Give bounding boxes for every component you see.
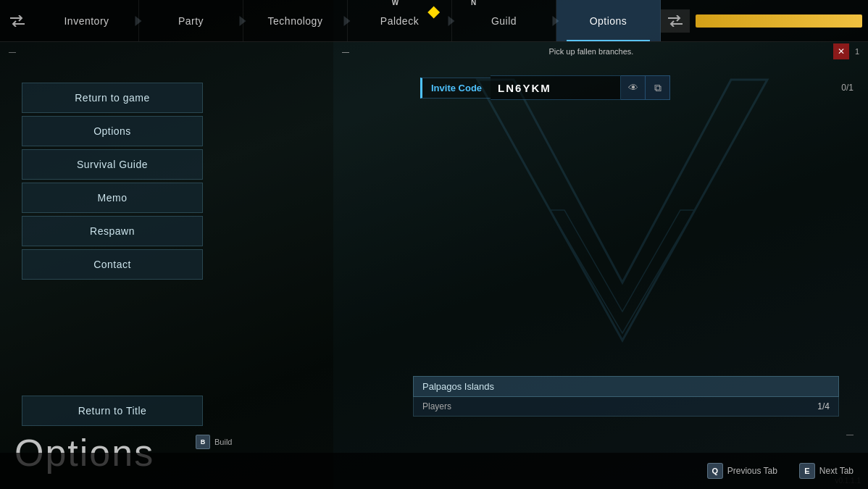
compass-diamond: [428, 7, 441, 19]
invite-eye-button[interactable]: 👁: [621, 75, 646, 100]
next-tab-key-badge: E: [799, 463, 815, 479]
xp-bar: [696, 14, 862, 28]
invite-code-row: Invite Code 👁 ⧉ 0/1: [420, 75, 854, 100]
tab-technology[interactable]: Technology: [243, 0, 348, 41]
nav-bar: W N Inventory Party Technology Paldeck G…: [0, 0, 868, 42]
prev-tab-shortcut: Q Previous Tab: [707, 463, 777, 479]
server-players-label: Players: [422, 401, 451, 411]
build-hint: B Build: [196, 435, 232, 449]
invite-code-input[interactable]: [491, 75, 621, 100]
options-button[interactable]: Options: [22, 116, 203, 146]
compass-w-label: W: [392, 0, 398, 7]
survival-guide-button[interactable]: Survival Guide: [22, 149, 203, 180]
server-name-bar: Palpagos Islands: [413, 376, 839, 397]
tab-inventory[interactable]: Inventory: [35, 0, 139, 41]
prev-tab-key-badge: Q: [707, 463, 723, 479]
notification-text: Pick up fallen branches.: [349, 47, 833, 56]
next-tab-shortcut: E Next Tab: [799, 463, 854, 479]
right-content-area: Invite Code 👁 ⧉ 0/1: [406, 61, 868, 489]
contact-button[interactable]: Contact: [22, 249, 203, 280]
nav-tabs: Inventory Party Technology Paldeck Guild…: [35, 0, 661, 41]
tab-party[interactable]: Party: [139, 0, 243, 41]
server-info-box: Palpagos Islands Players 1/4: [413, 376, 839, 417]
build-key-badge: B: [196, 435, 210, 449]
server-players-value: 1/4: [817, 401, 830, 411]
respawn-button[interactable]: Respawn: [22, 216, 203, 246]
notif-minimize-button[interactable]: —: [342, 48, 349, 56]
bottom-right-minimize[interactable]: —: [846, 430, 854, 438]
invite-counter: 0/1: [841, 83, 854, 93]
nav-right-area: [661, 0, 868, 41]
return-to-title-button[interactable]: Return to Title: [22, 396, 203, 426]
memo-button[interactable]: Memo: [22, 183, 203, 213]
notification-bar: — Pick up fallen branches. ✕ 1: [333, 42, 868, 61]
bottom-bar: Q Previous Tab E Next Tab: [0, 453, 868, 489]
invite-code-label: Invite Code: [420, 78, 491, 99]
compass-n-label: N: [471, 0, 476, 7]
return-to-game-button[interactable]: Return to game: [22, 83, 203, 113]
build-hint-label: Build: [214, 438, 232, 446]
left-panel-minimize[interactable]: —: [9, 48, 16, 56]
server-players-bar: Players 1/4: [413, 397, 839, 417]
compass-decoration: W N: [392, 0, 477, 17]
invite-copy-button[interactable]: ⧉: [646, 75, 670, 100]
notif-close-button[interactable]: ✕: [833, 43, 849, 59]
menu-buttons-list: Return to game Options Survival Guide Me…: [22, 83, 312, 280]
tab-options[interactable]: Options: [556, 0, 661, 41]
prev-tab-label: Previous Tab: [727, 466, 777, 476]
copy-icon: ⧉: [654, 82, 662, 94]
nav-swap-right-button[interactable]: [661, 9, 690, 33]
server-name-text: Palpagos Islands: [422, 381, 494, 392]
nav-swap-left-button[interactable]: [0, 0, 35, 41]
left-menu: Return to game Options Survival Guide Me…: [0, 42, 333, 448]
next-tab-label: Next Tab: [819, 466, 854, 476]
eye-icon: 👁: [628, 82, 638, 93]
notif-count: 1: [855, 47, 859, 56]
